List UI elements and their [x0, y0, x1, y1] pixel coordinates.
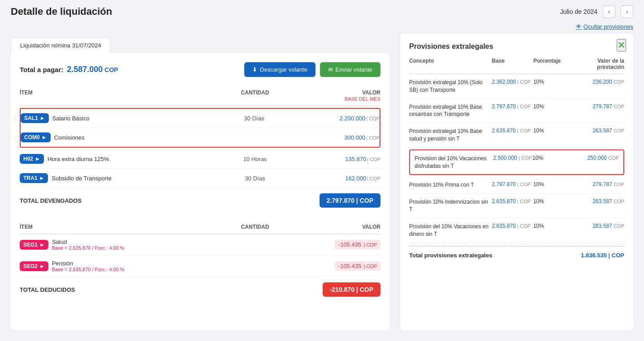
prov-pct-5: 10%: [533, 181, 575, 188]
total-devengados-badge: 2.797.870 | COP: [320, 193, 380, 208]
table-row: SEG1 ► Salud Base = 2,635,870 / Porc.: 4…: [20, 234, 380, 256]
prov-row: Provisión extralegal 10% (Solo SB) con T…: [409, 74, 624, 99]
total-amount: 2.587.000: [67, 65, 103, 74]
total-label: Total a pagar:: [20, 66, 63, 73]
col-qty-header: CANTIDAD: [219, 90, 291, 102]
month-label: Julio de 2024: [560, 8, 597, 15]
devengados-section: ÍTEM CANTIDAD VALOR Base del mes SAL1 ►: [20, 86, 380, 213]
qty-sal1: 30 Días: [218, 115, 290, 122]
prov-concepto-1: Provisión extralegal 10% (Solo SB) con T…: [409, 79, 492, 94]
prov-val-4: 250.000 COP: [572, 155, 619, 161]
table-row: COM0 ► Comisiones 300.000| COP: [21, 128, 380, 147]
send-button[interactable]: ✉ Enviar volante: [320, 62, 380, 77]
prov-concepto-7: Provisión del 10% Vacaciones en dinero s…: [409, 223, 492, 238]
provisiones-panel: ✕ Provisiones extralegales Concepto Base…: [400, 34, 633, 330]
provisiones-title: Provisiones extralegales: [409, 43, 624, 51]
tab-liquidacion[interactable]: Liquidación nómina 31/07/2024: [11, 37, 111, 53]
total-deducidos-row: TOTAL DEDUCIDOS -210.870 | COP: [20, 277, 380, 302]
prov-col-valor: Valor de la prestación: [575, 58, 624, 70]
val-h02: 135.870| COP: [291, 156, 380, 162]
qty-h02: 10 Horas: [219, 156, 291, 162]
item-name-seg2: Pensión: [52, 260, 125, 267]
table-row: TRA1 ► Subsidio de Transporte 30 Días 16…: [20, 169, 380, 188]
prov-row: Provisión del 10% Vacaciones en dinero s…: [409, 218, 624, 243]
badge-seg1: SEG1 ►: [20, 240, 48, 250]
download-icon: ⬇: [252, 66, 257, 73]
prov-total-row: Total provisiones extralegales 1.836.535…: [409, 246, 624, 260]
prov-pct-3: 10%: [533, 128, 575, 134]
prov-pct-1: 10%: [533, 79, 575, 85]
prov-base-7: 2.635.870 | COP: [492, 223, 533, 229]
val-seg1: -105.435 | COP: [291, 240, 380, 249]
badge-com0: COM0 ►: [21, 132, 51, 142]
total-deducidos-label: TOTAL DEDUCIDOS: [20, 286, 75, 293]
col-val-header: VALOR Base del mes: [291, 90, 380, 102]
prov-row: Provisión 10% Indemnizacion sin T 2.635.…: [409, 194, 624, 218]
val-com0: 300.000| COP: [290, 134, 380, 141]
prov-col-base: Base: [492, 58, 533, 70]
badge-h02: H02 ►: [20, 154, 44, 164]
total-row: Total a pagar: 2.587.000 COP ⬇ Descargar…: [20, 62, 380, 77]
total-devengados-label: TOTAL DEVENGADOS: [20, 197, 82, 204]
prov-total-val: 1.836.535 | COP: [581, 252, 624, 259]
close-provisiones-button[interactable]: ✕: [617, 39, 626, 51]
download-button[interactable]: ⬇ Descargar volante: [244, 62, 316, 77]
qty-tra1: 30 Días: [219, 175, 291, 182]
val-tra1: 162.000| COP: [291, 175, 380, 182]
prov-base-1: 2.362.000 | COP: [492, 79, 533, 85]
item-sub-seg1: Base = 2,635,870 / Porc.: 4.00 %: [52, 245, 125, 251]
total-devengados-row: TOTAL DEVENGADOS 2.797.870 | COP: [20, 188, 380, 213]
prov-val-5: 279.787 COP: [575, 181, 624, 188]
total-currency: COP: [104, 66, 118, 73]
col-val-ded-header: VALOR: [291, 224, 380, 230]
provisiones-table-header: Concepto Base Porcentaje Valor de la pre…: [409, 58, 624, 74]
badge-sal1: SAL1 ►: [21, 113, 49, 123]
prov-base-5: 2.797.870 | COP: [492, 181, 533, 188]
prov-pct-4: 10%: [532, 155, 572, 161]
prov-base-6: 2.635.870 | COP: [492, 198, 533, 205]
prov-base-4: 2.500.000 | COP: [493, 155, 532, 161]
prov-pct-6: 10%: [533, 198, 575, 205]
prov-base-3: 2.635.870 | COP: [492, 128, 533, 134]
ocultar-provisiones-link[interactable]: 👁 Ocultar provisiones: [576, 23, 633, 30]
badge-tra1: TRA1 ►: [20, 173, 48, 183]
item-name-tra1: Subsidio de Transporte: [52, 175, 112, 182]
deducidos-header: ÍTEM CANTIDAD VALOR: [20, 220, 380, 234]
eye-icon: 👁: [576, 23, 582, 30]
item-cell-seg1: SEG1 ► Salud Base = 2,635,870 / Porc.: 4…: [20, 239, 219, 251]
prov-val-7: 263.587 COP: [575, 223, 624, 229]
prov-total-label: Total provisiones extralegales: [409, 252, 492, 259]
prov-val-2: 279.787 COP: [575, 103, 624, 110]
prov-concepto-5: Provisión 10% Prima con T: [409, 181, 492, 189]
prov-row: Provisión extralegal 10% Base salud y pe…: [409, 123, 624, 148]
prov-col-concepto: Concepto: [409, 58, 492, 70]
prov-base-2: 2.797.870 | COP: [492, 103, 533, 110]
prov-concepto-3: Provisión extralegal 10% Base salud y pe…: [409, 128, 492, 143]
devengados-header: ÍTEM CANTIDAD VALOR Base del mes: [20, 86, 380, 106]
prov-val-1: 236.200 COP: [575, 79, 624, 85]
item-sub-seg2: Base = 2,635,870 / Porc.: 4.00 %: [52, 267, 125, 272]
table-row: H02 ► Hora extra diurna 125% 10 Horas 13…: [20, 149, 380, 169]
item-cell-tra1: TRA1 ► Subsidio de Transporte: [20, 173, 219, 183]
col-qty-ded-header: CANTIDAD: [219, 224, 291, 230]
badge-seg2: SEG2 ►: [20, 261, 48, 271]
item-cell-sal1: SAL1 ► Salario Básico: [21, 113, 218, 123]
table-row: SAL1 ► Salario Básico 30 Días 2.200.000|…: [21, 109, 380, 128]
prov-col-porcentaje: Porcentaje: [533, 58, 575, 70]
col-item-ded-header: ÍTEM: [20, 224, 219, 230]
prov-val-3: 263.587 COP: [575, 128, 624, 134]
prov-row: Provisión extralegal 10% Base cesantías …: [409, 99, 624, 124]
item-name-com0: Comisiones: [54, 134, 85, 141]
col-item-header: ÍTEM: [20, 90, 219, 102]
total-deducidos-badge: -210.870 | COP: [323, 282, 380, 297]
page-title: Detalle de liquidación: [11, 6, 112, 17]
item-name-h02: Hora extra diurna 125%: [48, 156, 109, 162]
prev-month-button[interactable]: ‹: [603, 5, 615, 18]
email-icon: ✉: [328, 66, 333, 73]
prov-concepto-4: Provision del 10% Vacaciones disfrutadas…: [415, 155, 493, 170]
val-seg2: -105.435 | COP: [291, 261, 380, 271]
prov-row: Provisión 10% Prima con T 2.797.870 | CO…: [409, 177, 624, 194]
next-month-button[interactable]: ›: [621, 5, 633, 18]
prov-concepto-2: Provisión extralegal 10% Base cesantías …: [409, 103, 492, 119]
item-cell-seg2: SEG2 ► Pensión Base = 2,635,870 / Porc.:…: [20, 260, 219, 272]
